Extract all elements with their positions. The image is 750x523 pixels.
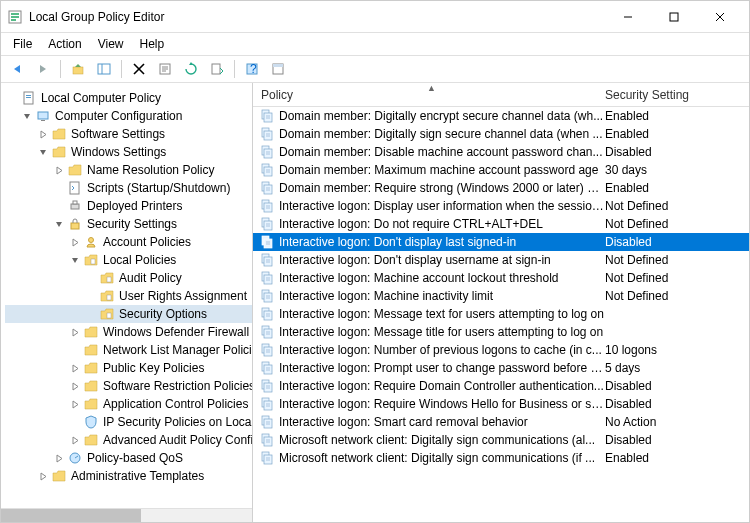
policy-row[interactable]: Interactive logon: Message text for user… [253,305,749,323]
tree-network-list-manager-policies[interactable]: Network List Manager Policies [5,341,252,359]
show-hide-tree-button[interactable] [92,58,116,80]
chevron-right-icon[interactable] [53,164,65,176]
policy-item-icon [259,252,275,268]
tree-computer-configuration[interactable]: Computer Configuration [5,107,252,125]
policy-list[interactable]: Domain member: Digitally encrypt secure … [253,107,749,522]
svg-rect-1 [11,13,19,15]
policy-row[interactable]: Domain member: Maximum machine account p… [253,161,749,179]
policy-row[interactable]: Domain member: Digitally sign secure cha… [253,125,749,143]
policy-row[interactable]: Interactive logon: Require Domain Contro… [253,377,749,395]
chevron-right-icon[interactable] [69,326,81,338]
tree-ip-security-policies[interactable]: IP Security Policies on Local Computer [5,413,252,431]
tree-advanced-audit-policy-configuration[interactable]: Advanced Audit Policy Configuration [5,431,252,449]
list-header[interactable]: ▲ Policy Security Setting [253,83,749,107]
svg-rect-8 [73,67,83,74]
tree-software-settings[interactable]: Software Settings [5,125,252,143]
tree-public-key-policies[interactable]: Public Key Policies [5,359,252,377]
tree-label: Application Control Policies [103,397,248,411]
column-header-security-setting[interactable]: Security Setting [605,88,749,102]
tree-user-rights-assignment[interactable]: User Rights Assignment [5,287,252,305]
tree-name-resolution-policy[interactable]: Name Resolution Policy [5,161,252,179]
menu-action[interactable]: Action [40,35,89,53]
menu-view[interactable]: View [90,35,132,53]
tree-horizontal-scrollbar[interactable] [1,508,252,522]
svg-rect-106 [264,419,272,428]
maximize-button[interactable] [651,1,697,33]
tree-security-settings[interactable]: Security Settings [5,215,252,233]
svg-rect-28 [71,204,79,209]
policy-setting: Enabled [605,451,749,465]
svg-rect-50 [264,167,272,176]
policy-row[interactable]: Interactive logon: Display user informat… [253,197,749,215]
chevron-right-icon[interactable] [69,380,81,392]
forward-button[interactable] [31,58,55,80]
up-button[interactable] [66,58,90,80]
tree-label: Administrative Templates [71,469,204,483]
chevron-right-icon[interactable] [69,362,81,374]
policy-row[interactable]: Microsoft network client: Digitally sign… [253,449,749,467]
filter-button[interactable] [266,58,290,80]
tree-security-options[interactable]: Security Options [5,305,252,323]
policy-name: Interactive logon: Don't display last si… [279,235,605,249]
tree-local-policies[interactable]: Local Policies [5,251,252,269]
properties-button[interactable] [153,58,177,80]
close-button[interactable] [697,1,743,33]
tree-windows-settings[interactable]: Windows Settings [5,143,252,161]
minimize-button[interactable] [605,1,651,33]
svg-point-31 [89,238,94,243]
policy-row[interactable]: Interactive logon: Do not require CTRL+A… [253,215,749,233]
delete-button[interactable] [127,58,151,80]
policy-tree[interactable]: Local Computer Policy Computer Configura… [1,87,252,487]
policy-row[interactable]: Microsoft network client: Digitally sign… [253,431,749,449]
refresh-button[interactable] [179,58,203,80]
policy-row[interactable]: Domain member: Disable machine account p… [253,143,749,161]
svg-rect-114 [264,455,272,464]
tree-root[interactable]: Local Computer Policy [5,89,252,107]
separator [121,60,122,78]
menu-help[interactable]: Help [132,35,173,53]
tree-deployed-printers[interactable]: Deployed Printers [5,197,252,215]
chevron-down-icon[interactable] [53,218,65,230]
svg-rect-26 [41,120,45,121]
policy-row[interactable]: Interactive logon: Don't display last si… [253,233,749,251]
export-list-button[interactable] [205,58,229,80]
policy-row[interactable]: Interactive logon: Machine account locko… [253,269,749,287]
policy-row[interactable]: Interactive logon: Smart card removal be… [253,413,749,431]
chevron-down-icon[interactable] [69,254,81,266]
policy-row[interactable]: Domain member: Digitally encrypt secure … [253,107,749,125]
chevron-right-icon[interactable] [69,434,81,446]
tree-audit-policy[interactable]: Audit Policy [5,269,252,287]
tree-application-control-policies[interactable]: Application Control Policies [5,395,252,413]
folder-icon [83,360,99,376]
blank-expander [69,416,81,428]
chevron-down-icon[interactable] [37,146,49,158]
chevron-right-icon[interactable] [69,398,81,410]
policy-row[interactable]: Interactive logon: Message title for use… [253,323,749,341]
tree-policy-based-qos[interactable]: Policy-based QoS [5,449,252,467]
tree-windows-defender-firewall[interactable]: Windows Defender Firewall with Advanced … [5,323,252,341]
chevron-right-icon[interactable] [69,236,81,248]
policy-row[interactable]: Interactive logon: Machine inactivity li… [253,287,749,305]
chevron-down-icon[interactable] [21,110,33,122]
policy-row[interactable]: Interactive logon: Number of previous lo… [253,341,749,359]
tree-account-policies[interactable]: Account Policies [5,233,252,251]
policy-row[interactable]: Interactive logon: Require Windows Hello… [253,395,749,413]
policy-row[interactable]: Interactive logon: Prompt user to change… [253,359,749,377]
tree-administrative-templates[interactable]: Administrative Templates [5,467,252,485]
policy-row[interactable]: Domain member: Require strong (Windows 2… [253,179,749,197]
blank-expander [7,92,19,104]
svg-rect-78 [264,293,272,302]
chevron-right-icon[interactable] [37,470,49,482]
policy-row[interactable]: Interactive logon: Don't display usernam… [253,251,749,269]
tree-software-restriction-policies[interactable]: Software Restriction Policies [5,377,252,395]
scrollbar-thumb[interactable] [1,509,141,522]
chevron-right-icon[interactable] [53,452,65,464]
help-button[interactable]: ? [240,58,264,80]
policy-setting: Disabled [605,145,749,159]
tree-label: Windows Settings [71,145,166,159]
tree-label: Windows Defender Firewall with Advanced … [103,325,252,339]
tree-scripts[interactable]: Scripts (Startup/Shutdown) [5,179,252,197]
back-button[interactable] [5,58,29,80]
chevron-right-icon[interactable] [37,128,49,140]
menu-file[interactable]: File [5,35,40,53]
